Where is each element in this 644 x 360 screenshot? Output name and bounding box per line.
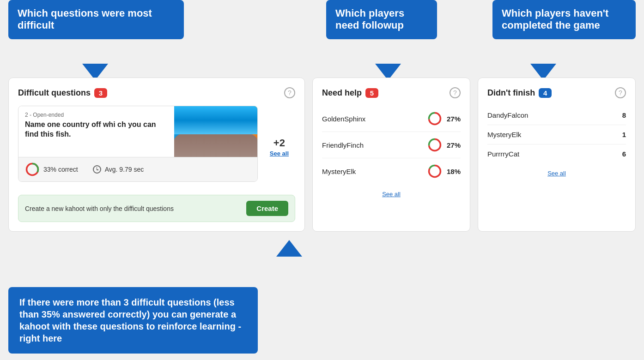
didnt-finish-badge: 4: [539, 88, 552, 98]
finish-player-name-1: DandyFalcon: [487, 111, 528, 119]
player-pct-2: 27%: [447, 141, 461, 149]
player-right-3: 18%: [427, 164, 461, 179]
didnt-finish-help-icon[interactable]: ?: [615, 87, 626, 98]
player-name-2: FriendlyFinch: [322, 141, 364, 149]
player-pct-1: 27%: [447, 115, 461, 123]
player-right-2: 27%: [427, 138, 461, 152]
list-item: PurrrryCat 6: [487, 144, 626, 163]
question-top: 2 - Open-ended Name one country off whi …: [18, 106, 257, 157]
arrow-bottom-up: [276, 240, 302, 257]
correct-pct-text: 33% correct: [43, 166, 78, 173]
need-help-card: Need help 5 ? GoldenSphinx 27%: [312, 78, 470, 232]
question-label: 2 - Open-ended: [25, 112, 168, 118]
list-item: MysteryElk 1: [487, 125, 626, 144]
cards-row: Difficult questions 3 ? 2 - Open-ended N…: [8, 78, 636, 232]
page-wrapper: Which questions were most difficult Whic…: [0, 0, 644, 360]
didnt-finish-title-group: Didn't finish 4: [487, 88, 552, 98]
difficult-title-group: Difficult questions 3: [18, 88, 107, 98]
player-name-1: GoldenSphinx: [322, 115, 365, 123]
callout-middle-text: Which players need followup: [335, 7, 404, 31]
question-text-area: 2 - Open-ended Name one country off whi …: [18, 106, 174, 157]
create-prompt: Create a new kahoot with only the diffic…: [18, 195, 295, 222]
finish-player-count-3: 6: [622, 150, 626, 158]
player-donut-3: [427, 164, 442, 179]
list-item: DandyFalcon 8: [487, 106, 626, 125]
question-text: Name one country off whi ch you can find…: [25, 120, 168, 139]
need-help-player-list: GoldenSphinx 27% FriendlyFinch: [322, 106, 461, 184]
player-donut-1: [427, 111, 442, 126]
difficult-card-header: Difficult questions 3 ?: [18, 87, 295, 98]
didnt-finish-footer: See all: [487, 169, 626, 177]
didnt-finish-header: Didn't finish 4 ?: [487, 87, 626, 98]
player-donut-2: [427, 138, 442, 152]
list-item: GoldenSphinx 27%: [322, 106, 461, 132]
callout-left-text: Which questions were most difficult: [18, 7, 152, 31]
player-right-1: 27%: [427, 111, 461, 126]
didnt-finish-see-all[interactable]: See all: [547, 170, 566, 177]
correct-donut: [25, 162, 40, 177]
callout-right: Which players haven't completed the game: [492, 0, 636, 39]
need-help-header: Need help 5 ?: [322, 87, 461, 98]
finish-player-count-2: 1: [622, 131, 626, 138]
need-help-badge: 5: [365, 88, 378, 98]
player-name-3: MysteryElk: [322, 168, 356, 175]
list-item: FriendlyFinch 27%: [322, 132, 461, 158]
list-item: MysteryElk 18%: [322, 158, 461, 184]
avg-time-stat: Avg. 9.79 sec: [93, 165, 144, 174]
bottom-callout-text: If there were more than 3 difficult ques…: [19, 297, 241, 343]
avg-time-text: Avg. 9.79 sec: [105, 166, 144, 173]
difficult-see-all[interactable]: See all: [270, 150, 289, 157]
question-card: 2 - Open-ended Name one country off whi …: [18, 106, 258, 182]
difficult-questions-card: Difficult questions 3 ? 2 - Open-ended N…: [8, 78, 305, 232]
create-button[interactable]: Create: [246, 201, 288, 216]
finish-player-count-1: 8: [622, 111, 626, 119]
create-prompt-text: Create a new kahoot with only the diffic…: [25, 205, 174, 212]
difficult-title: Difficult questions: [18, 88, 91, 98]
finish-player-name-2: MysteryElk: [487, 131, 521, 138]
callout-right-text: Which players haven't completed the game: [502, 7, 608, 31]
need-help-footer: See all: [322, 190, 461, 198]
callout-middle: Which players need followup: [326, 0, 437, 39]
didnt-finish-card: Didn't finish 4 ? DandyFalcon 8 MysteryE…: [478, 78, 636, 232]
plus-more-section: +2 See all: [263, 106, 295, 188]
player-pct-3: 18%: [447, 168, 461, 175]
bottom-callout: If there were more than 3 difficult ques…: [8, 287, 258, 354]
need-help-title: Need help: [322, 88, 362, 98]
callout-left: Which questions were most difficult: [8, 0, 184, 39]
didnt-finish-title: Didn't finish: [487, 88, 535, 98]
finish-player-name-3: PurrrryCat: [487, 150, 519, 158]
need-help-icon[interactable]: ?: [450, 87, 461, 98]
clock-icon: [93, 165, 101, 174]
need-help-title-group: Need help 5: [322, 88, 378, 98]
difficult-help-icon[interactable]: ?: [284, 87, 295, 98]
question-image: [174, 106, 257, 157]
difficult-badge: 3: [94, 88, 107, 98]
plus-more-count: +2: [273, 137, 285, 149]
didnt-finish-player-list: DandyFalcon 8 MysteryElk 1 PurrrryCat 6: [487, 106, 626, 163]
correct-stat: 33% correct: [25, 162, 78, 177]
need-help-see-all[interactable]: See all: [382, 191, 401, 198]
question-bottom: 33% correct Avg. 9.79 sec: [18, 157, 257, 181]
